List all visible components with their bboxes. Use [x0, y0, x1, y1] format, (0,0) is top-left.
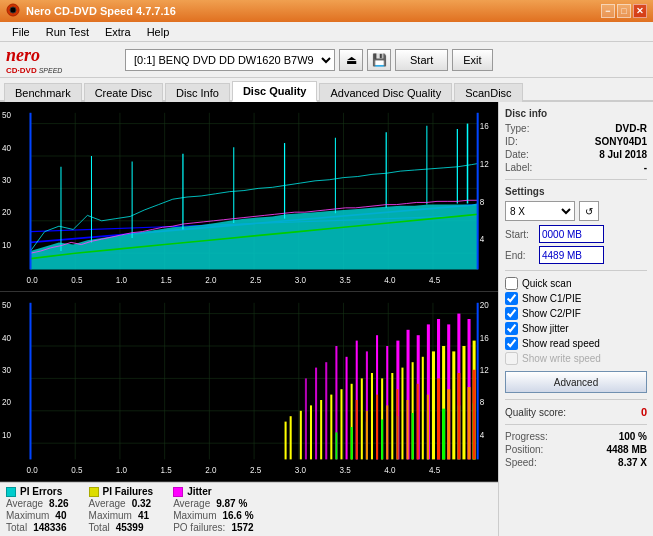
svg-rect-118 — [356, 400, 358, 459]
svg-text:20: 20 — [2, 397, 11, 407]
show-read-label[interactable]: Show read speed — [522, 338, 600, 349]
tab-advanced-disc-quality[interactable]: Advanced Disc Quality — [319, 83, 452, 102]
tab-disc-info[interactable]: Disc Info — [165, 83, 230, 102]
show-write-checkbox[interactable] — [505, 352, 518, 365]
svg-rect-75 — [346, 357, 348, 460]
svg-text:1.5: 1.5 — [161, 275, 173, 285]
disc-date-value: 8 Jul 2018 — [599, 149, 647, 160]
tab-create-disc[interactable]: Create Disc — [84, 83, 163, 102]
eject-button[interactable]: ⏏ — [339, 49, 363, 71]
jitter-max-row: Maximum 16.6 % — [173, 510, 254, 521]
svg-text:0.5: 0.5 — [71, 465, 83, 475]
divider-2 — [505, 270, 647, 271]
svg-text:2.0: 2.0 — [205, 275, 217, 285]
progress-row: Progress: 100 % — [505, 431, 647, 442]
pi-errors-average-row: Average 8.26 — [6, 498, 69, 509]
start-mb-label: Start: — [505, 229, 535, 240]
disc-date-row: Date: 8 Jul 2018 — [505, 149, 647, 160]
pi-failures-avg-value: 0.32 — [132, 498, 151, 509]
quick-scan-row: Quick scan — [505, 277, 647, 290]
svg-text:40: 40 — [2, 332, 11, 342]
drive-selector[interactable]: [0:1] BENQ DVD DD DW1620 B7W9 — [125, 49, 335, 71]
svg-text:40: 40 — [2, 142, 11, 152]
svg-rect-88 — [285, 422, 287, 460]
pi-failures-average-row: Average 0.32 — [89, 498, 154, 509]
start-mb-input[interactable] — [539, 225, 604, 243]
pi-errors-max-label: Maximum — [6, 510, 49, 521]
advanced-button[interactable]: Advanced — [505, 371, 647, 393]
show-c2-label[interactable]: Show C2/PIF — [522, 308, 581, 319]
disc-id-value: SONY04D1 — [595, 136, 647, 147]
pi-failures-max-value: 41 — [138, 510, 149, 521]
pi-failures-avg-label: Average — [89, 498, 126, 509]
svg-rect-115 — [442, 409, 445, 460]
top-chart-svg: 50 40 30 20 10 16 12 8 4 0.0 0.5 1.0 1.5… — [0, 102, 498, 291]
refresh-button[interactable]: ↺ — [579, 201, 599, 221]
quick-scan-label[interactable]: Quick scan — [522, 278, 571, 289]
menu-extra[interactable]: Extra — [97, 24, 139, 40]
jitter-max-label: Maximum — [173, 510, 216, 521]
svg-text:1.0: 1.0 — [116, 275, 128, 285]
svg-rect-119 — [376, 395, 378, 460]
minimize-button[interactable]: − — [601, 4, 615, 18]
jitter-avg-value: 9.87 % — [216, 498, 247, 509]
quick-scan-checkbox[interactable] — [505, 277, 518, 290]
svg-text:0.0: 0.0 — [26, 275, 38, 285]
jitter-stats: Jitter Average 9.87 % Maximum 16.6 % PO … — [173, 486, 254, 533]
menu-help[interactable]: Help — [139, 24, 178, 40]
svg-text:3.5: 3.5 — [339, 275, 351, 285]
show-c1-row: Show C1/PIE — [505, 292, 647, 305]
pi-errors-color — [6, 487, 16, 497]
disc-id-row: ID: SONY04D1 — [505, 136, 647, 147]
pi-failures-color — [89, 487, 99, 497]
save-button[interactable]: 💾 — [367, 49, 391, 71]
svg-text:4.5: 4.5 — [429, 465, 441, 475]
po-failures-row: PO failures: 1572 — [173, 522, 254, 533]
svg-rect-108 — [335, 432, 337, 459]
side-panel: Disc info Type: DVD-R ID: SONY04D1 Date:… — [498, 102, 653, 536]
speed-selector[interactable]: 8 X 4 X Max — [505, 201, 575, 221]
svg-rect-109 — [351, 427, 353, 459]
tab-benchmark[interactable]: Benchmark — [4, 83, 82, 102]
position-value: 4488 MB — [606, 444, 647, 455]
svg-text:3.5: 3.5 — [339, 465, 351, 475]
svg-rect-102 — [422, 357, 424, 460]
svg-text:4: 4 — [480, 234, 485, 244]
close-button[interactable]: ✕ — [633, 4, 647, 18]
show-jitter-checkbox[interactable] — [505, 322, 518, 335]
show-c1-checkbox[interactable] — [505, 292, 518, 305]
svg-text:0.0: 0.0 — [26, 465, 38, 475]
svg-point-1 — [10, 7, 16, 13]
svg-rect-127 — [407, 400, 409, 459]
tab-disc-quality[interactable]: Disc Quality — [232, 81, 318, 102]
tab-scandisc[interactable]: ScanDisc — [454, 83, 522, 102]
show-c2-row: Show C2/PIF — [505, 307, 647, 320]
svg-text:2.5: 2.5 — [250, 275, 262, 285]
svg-text:20: 20 — [480, 300, 489, 310]
po-failures-label: PO failures: — [173, 522, 225, 533]
titlebar-controls: − □ ✕ — [601, 4, 647, 18]
end-mb-row: End: — [505, 246, 647, 264]
divider-3 — [505, 399, 647, 400]
menu-file[interactable]: File — [4, 24, 38, 40]
titlebar-icon — [6, 3, 20, 19]
start-button[interactable]: Start — [395, 49, 448, 71]
speed-settings-row: 8 X 4 X Max ↺ — [505, 201, 647, 221]
show-read-checkbox[interactable] — [505, 337, 518, 350]
svg-text:50: 50 — [2, 300, 11, 310]
jitter-color — [173, 487, 183, 497]
exit-button[interactable]: Exit — [452, 49, 492, 71]
jitter-avg-label: Average — [173, 498, 210, 509]
show-c1-label[interactable]: Show C1/PIE — [522, 293, 581, 304]
show-c2-checkbox[interactable] — [505, 307, 518, 320]
svg-text:4.0: 4.0 — [384, 465, 396, 475]
end-mb-input[interactable] — [539, 246, 604, 264]
po-failures-value: 1572 — [231, 522, 253, 533]
show-jitter-label[interactable]: Show jitter — [522, 323, 569, 334]
disc-info-title: Disc info — [505, 108, 647, 119]
maximize-button[interactable]: □ — [617, 4, 631, 18]
menu-run-test[interactable]: Run Test — [38, 24, 97, 40]
svg-text:30: 30 — [2, 365, 11, 375]
pi-errors-max-value: 40 — [55, 510, 66, 521]
pi-errors-stats: PI Errors Average 8.26 Maximum 40 Total … — [6, 486, 69, 533]
